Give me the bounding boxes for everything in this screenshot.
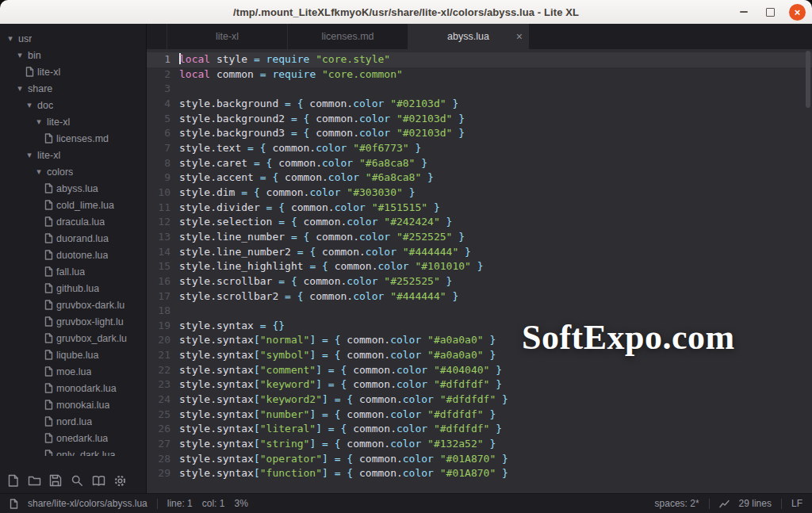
open-folder-icon[interactable] <box>27 473 41 488</box>
tab-lite-xl[interactable]: lite-xl <box>167 24 288 49</box>
tree-folder-colors[interactable]: ▾colors <box>0 163 146 180</box>
tab-close-icon[interactable]: × <box>516 31 523 42</box>
code-text: style.syntax["keyword"] = { common.color… <box>179 377 502 392</box>
code-line[interactable]: 17style.scrollbar2 = { common.color "#44… <box>147 289 812 304</box>
tree-folder-lite-xl[interactable]: ▾lite-xl <box>0 113 146 130</box>
tree-item-label: only_dark.lua <box>56 450 115 457</box>
code-line[interactable]: 26style.syntax["literal"] = { common.col… <box>147 422 812 437</box>
code-line[interactable]: 27style.syntax["string"] = { common.colo… <box>147 437 812 452</box>
file-icon <box>43 183 54 193</box>
tree-folder-bin[interactable]: ▾bin <box>0 47 146 63</box>
line-number: 11 <box>147 201 170 216</box>
settings-gear-icon[interactable] <box>113 473 127 488</box>
tree-item-label: usr <box>18 33 32 44</box>
tab-licenses.md[interactable]: licenses.md <box>288 24 408 49</box>
line-number: 23 <box>147 377 170 392</box>
tree-file-liqube.lua[interactable]: liqube.lua <box>0 346 146 363</box>
sidebar-toolbar <box>6 473 127 488</box>
tree-file-duorand.lua[interactable]: duorand.lua <box>0 230 146 247</box>
tree-folder-doc[interactable]: ▾doc <box>0 97 146 113</box>
book-icon[interactable] <box>91 473 105 488</box>
code-line[interactable]: 1local style = require "core.style" <box>147 52 812 67</box>
code-line[interactable]: 3 <box>147 82 812 97</box>
tree-file-moe.lua[interactable]: moe.lua <box>0 363 146 380</box>
code-line[interactable]: 7style.text = { common.color "#0f6773" } <box>147 141 812 156</box>
file-icon <box>24 67 35 77</box>
status-line[interactable]: line: 1 <box>167 498 193 509</box>
tree-item-label: gruvbox-dark.lu <box>56 300 124 311</box>
tree-file-fall.lua[interactable]: fall.lua <box>0 263 146 280</box>
code-editor[interactable]: 1local style = require "core.style"2loca… <box>147 49 812 494</box>
code-line[interactable]: 6style.background3 = { common.color "#02… <box>147 126 812 141</box>
tree-file-nord.lua[interactable]: nord.lua <box>0 413 146 430</box>
code-lines: 1local style = require "core.style"2loca… <box>147 52 812 481</box>
tab-abyss.lua[interactable]: abyss.lua× <box>408 24 529 49</box>
code-line[interactable]: 4style.background = { common.color "#021… <box>147 97 812 112</box>
file-icon <box>10 499 18 509</box>
code-text: style.syntax["comment"] = { common.color… <box>179 363 502 378</box>
tree-folder-usr[interactable]: ▾usr <box>0 30 146 47</box>
code-line[interactable]: 11style.divider = { common.color "#15151… <box>147 201 812 216</box>
code-line[interactable]: 16style.scrollbar = { common.color "#252… <box>147 274 812 289</box>
tree-file-monodark.lua[interactable]: monodark.lua <box>0 380 146 396</box>
code-line[interactable]: 12style.selection = { common.color "#242… <box>147 215 812 230</box>
tree-folder-lite-xl[interactable]: ▾lite-xl <box>0 147 146 163</box>
file-icon <box>43 450 54 456</box>
code-line[interactable]: 29style.syntax["function"] = { common.co… <box>147 466 812 481</box>
code-line[interactable]: 24style.syntax["keyword2"] = { common.co… <box>147 392 812 408</box>
tree-file-gruvbox-dark.lu[interactable]: gruvbox-dark.lu <box>0 297 146 313</box>
status-spaces[interactable]: spaces: 2* <box>655 498 699 509</box>
code-line[interactable]: 18 <box>147 304 812 319</box>
status-lines-count[interactable]: 29 lines <box>739 498 772 509</box>
code-line[interactable]: 15style.line_highlight = { common.color … <box>147 259 812 274</box>
tree-item-label: github.lua <box>56 283 99 294</box>
line-number: 3 <box>147 82 170 97</box>
code-line[interactable]: 10style.dim = { common.color "#303030" } <box>147 186 812 201</box>
tree-file-gruvbox_dark.lu[interactable]: gruvbox_dark.lu <box>0 330 146 346</box>
tree-file-onedark.lua[interactable]: onedark.lua <box>0 430 146 446</box>
tree-item-label: share <box>28 83 52 94</box>
tree-file-duotone.lua[interactable]: duotone.lua <box>0 247 146 263</box>
tree-file-abyss.lua[interactable]: abyss.lua <box>0 180 146 197</box>
file-icon <box>43 283 54 293</box>
code-text: style.scrollbar2 = { common.color "#4444… <box>179 289 458 304</box>
code-line[interactable]: 2local common = require "core.common" <box>147 67 812 82</box>
tree-file-lite-xl[interactable]: lite-xl <box>0 63 146 80</box>
tree-file-dracula.lua[interactable]: dracula.lua <box>0 213 146 230</box>
status-percent[interactable]: 3% <box>234 498 247 509</box>
file-icon <box>43 200 54 210</box>
code-line[interactable]: 28style.syntax["operator"] = { common.co… <box>147 452 812 467</box>
code-line[interactable]: 23style.syntax["keyword"] = { common.col… <box>147 377 812 392</box>
tree-file-only_dark.lua[interactable]: only_dark.lua <box>0 446 146 456</box>
tree-file-github.lua[interactable]: github.lua <box>0 280 146 297</box>
code-line[interactable]: 5style.background2 = { common.color "#02… <box>147 112 812 127</box>
tree-item-label: lite-xl <box>47 117 70 128</box>
status-eol[interactable]: LF <box>791 498 802 509</box>
minimize-button[interactable] <box>735 4 752 21</box>
code-line[interactable]: 8style.caret = { common.color "#6a8ca8" … <box>147 156 812 171</box>
tree-file-gruvbox-light.lu[interactable]: gruvbox-light.lu <box>0 313 146 330</box>
code-line[interactable]: 22style.syntax["comment"] = { common.col… <box>147 363 812 378</box>
maximize-button[interactable] <box>762 4 779 21</box>
title-bar[interactable]: /tmp/.mount_LiteXLfkmyoK/usr/share/lite-… <box>0 0 812 25</box>
line-number: 22 <box>147 363 170 378</box>
code-line[interactable]: 25style.syntax["number"] = { common.colo… <box>147 408 812 423</box>
status-col[interactable]: col: 1 <box>202 498 225 509</box>
tree-folder-share[interactable]: ▾share <box>0 80 146 97</box>
status-file-path[interactable]: share/lite-xl/colors/abyss.lua <box>28 498 147 509</box>
code-line[interactable]: 13style.line_number = { common.color "#2… <box>147 230 812 245</box>
close-button[interactable]: × <box>789 4 806 21</box>
tree-file-cold_lime.lua[interactable]: cold_lime.lua <box>0 197 146 213</box>
tree-file-licenses.md[interactable]: licenses.md <box>0 130 146 147</box>
new-file-icon[interactable] <box>6 473 20 488</box>
code-line[interactable]: 14style.line_number2 = { common.color "#… <box>147 245 812 260</box>
code-line[interactable]: 9style.accent = { common.color "#6a8ca8"… <box>147 170 812 186</box>
save-icon[interactable] <box>48 473 63 488</box>
line-number: 1 <box>147 52 170 67</box>
scrollbar-thumb[interactable] <box>806 51 810 108</box>
tree-file-monokai.lua[interactable]: monokai.lua <box>0 396 146 413</box>
search-icon[interactable] <box>70 473 84 488</box>
file-icon <box>43 233 54 243</box>
code-text: style.syntax["normal"] = { common.color … <box>179 333 496 348</box>
line-number: 7 <box>147 141 170 156</box>
